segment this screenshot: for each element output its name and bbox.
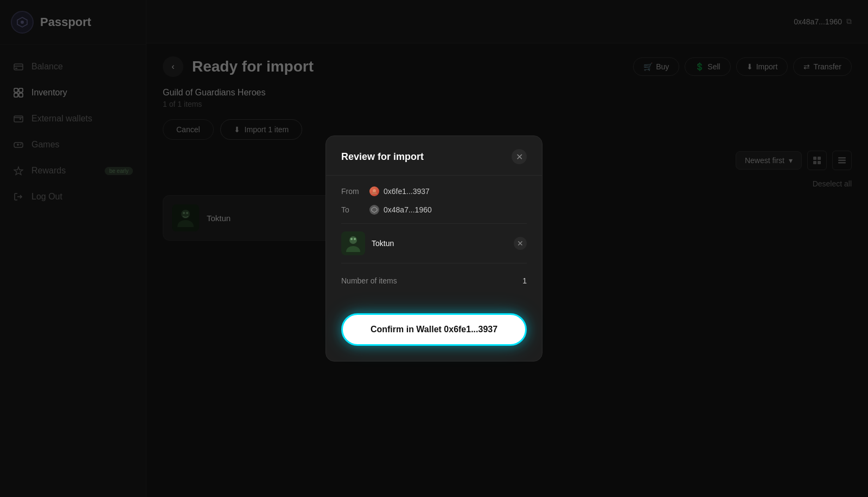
from-address-text: 0x6fe1...3937 <box>384 187 430 196</box>
confirm-button[interactable]: Confirm in Wallet 0x6fe1...3937 <box>341 313 527 346</box>
from-value: 0x6fe1...3937 <box>369 186 430 196</box>
to-label: To <box>341 205 363 214</box>
modal-body: From 0x6fe1...3937 To <box>326 176 542 313</box>
modal-close-button[interactable]: ✕ <box>512 149 527 164</box>
svg-marker-24 <box>372 207 377 212</box>
modal-header: Review for import ✕ <box>326 136 542 176</box>
modal-overlay: Review for import ✕ From 0x6fe1...3937 <box>0 0 868 497</box>
to-field: To 0x48a7...1960 <box>341 205 527 215</box>
remove-icon: ✕ <box>517 239 524 248</box>
review-import-modal: Review for import ✕ From 0x6fe1...3937 <box>326 135 542 362</box>
number-of-items-label: Number of items <box>341 276 397 285</box>
number-of-items-value: 1 <box>522 276 527 285</box>
close-icon: ✕ <box>516 152 523 162</box>
to-address-text: 0x48a7...1960 <box>384 205 432 214</box>
svg-point-26 <box>349 236 357 244</box>
svg-point-28 <box>354 238 356 240</box>
from-label: From <box>341 187 363 196</box>
modal-item-remove-button[interactable]: ✕ <box>514 237 527 250</box>
to-value: 0x48a7...1960 <box>369 205 432 215</box>
modal-item-name: Toktun <box>372 239 394 248</box>
modal-item-row: Toktun ✕ <box>341 223 527 263</box>
modal-item-thumbnail <box>341 231 365 255</box>
to-address-icon <box>369 205 379 215</box>
modal-summary: Number of items 1 <box>341 272 527 289</box>
from-address-icon <box>369 186 379 196</box>
modal-title: Review for import <box>341 151 424 163</box>
modal-footer: Confirm in Wallet 0x6fe1...3937 <box>326 313 542 361</box>
from-field: From 0x6fe1...3937 <box>341 186 527 196</box>
svg-point-27 <box>350 238 353 240</box>
